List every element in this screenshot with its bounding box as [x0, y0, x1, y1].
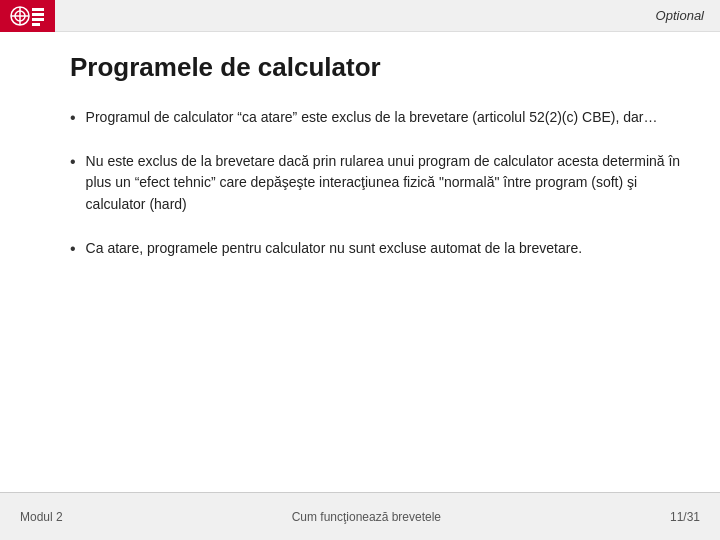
left-accent — [0, 32, 55, 492]
footer-bar: Modul 2 Cum funcţionează brevetele 11/31 — [0, 492, 720, 540]
bullet-item-2: • Nu este exclus de la brevetare dacă pr… — [70, 151, 690, 216]
bullet-text-3: Ca atare, programele pentru calculator n… — [86, 238, 583, 260]
svg-rect-4 — [32, 8, 44, 11]
svg-rect-5 — [32, 13, 44, 16]
footer-title: Cum funcţionează brevetele — [292, 510, 441, 524]
slide-content: Programele de calculator • Programul de … — [60, 32, 700, 490]
slide-title: Programele de calculator — [70, 52, 690, 83]
top-bar: Optional — [0, 0, 720, 32]
logo — [0, 0, 55, 32]
svg-rect-6 — [32, 18, 44, 21]
bullet-dot-2: • — [70, 153, 76, 171]
footer-module: Modul 2 — [20, 510, 63, 524]
bullet-item-3: • Ca atare, programele pentru calculator… — [70, 238, 690, 260]
bullet-item-1: • Programul de calculator “ca atare” est… — [70, 107, 690, 129]
optional-badge: Optional — [656, 8, 704, 23]
bullet-dot-3: • — [70, 240, 76, 258]
bullet-dot-1: • — [70, 109, 76, 127]
bullet-text-2: Nu este exclus de la brevetare dacă prin… — [86, 151, 690, 216]
footer-page: 11/31 — [670, 510, 700, 524]
bullet-text-1: Programul de calculator “ca atare” este … — [86, 107, 658, 129]
svg-rect-7 — [32, 23, 40, 26]
